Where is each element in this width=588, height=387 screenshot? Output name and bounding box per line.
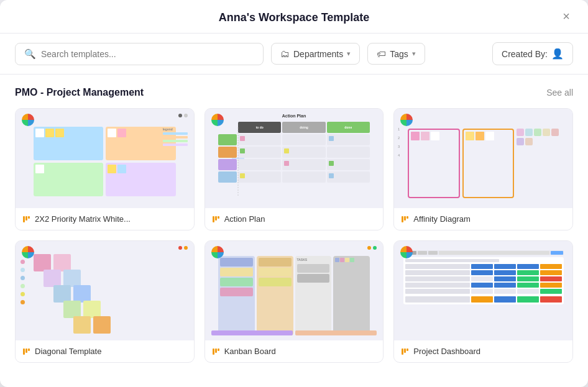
departments-chevron: ▾: [347, 50, 351, 58]
dashboard-container: [403, 250, 564, 335]
template-logo-t5: [211, 246, 224, 258]
dot-legend: [21, 260, 25, 304]
dash-row2: [405, 270, 562, 275]
dash-row6: [405, 296, 562, 303]
dash-row4: [405, 283, 562, 288]
affinity-icons-row2: [517, 138, 559, 145]
ap-arrows: [229, 127, 247, 196]
template-footer-t3: Affinity Diagram: [394, 208, 572, 230]
template-preview-t4: [16, 241, 194, 340]
template-footer-t5: Kanban Board: [205, 340, 384, 362]
kanban-col3: TASKS: [295, 256, 332, 335]
template-name-t3: Affinity Diagram: [413, 214, 471, 224]
template-icon-t1: [23, 216, 30, 222]
dash-main: [403, 257, 564, 304]
template-footer-t4: Diagonal Template: [16, 340, 194, 362]
kanban-col4: [333, 256, 370, 335]
kanban-bottom: [211, 330, 377, 335]
template-preview-t5: TASKS: [205, 241, 384, 340]
template-preview-t6: [394, 241, 572, 340]
preview-dots-t5: [367, 246, 377, 250]
content-area: PMO - Project Management See all: [0, 75, 588, 387]
departments-label: Departments: [293, 49, 343, 59]
modal-title: Anna's Workspace Template: [219, 11, 370, 24]
matrix-grid: [34, 127, 176, 196]
kanban-col2: [257, 256, 293, 335]
search-icon: 🔍: [24, 48, 36, 60]
templates-grid: legend 2X2 Priority Matrix White...: [15, 108, 573, 363]
template-name-t2: Action Plan: [224, 214, 265, 224]
affinity-labels: 1 2 3 4: [398, 127, 400, 157]
matrix-cell-bl: [34, 163, 104, 196]
tags-label: Tags: [390, 49, 408, 59]
template-card-t6[interactable]: Project Dashboard: [393, 240, 573, 363]
toolbar: 🔍 🗂 Departments ▾ 🏷 Tags ▾ Created By: 👤: [0, 34, 588, 75]
template-card-t2[interactable]: Action Plan to do doing done: [204, 108, 384, 230]
template-name-t1: 2X2 Priority Matrix White...: [35, 214, 131, 224]
template-name-t5: Kanban Board: [224, 347, 276, 356]
affinity-icons-row: [517, 129, 559, 136]
departments-filter[interactable]: 🗂 Departments ▾: [271, 43, 360, 65]
tags-filter[interactable]: 🏷 Tags ▾: [367, 43, 425, 65]
template-icon-t3: [402, 216, 408, 222]
search-input[interactable]: [41, 49, 254, 59]
affinity-col2: [462, 129, 515, 198]
see-all-link[interactable]: See all: [546, 88, 573, 98]
template-logo-t1: [22, 114, 34, 126]
dash-title-row: [405, 259, 499, 262]
dash-row5: [405, 289, 562, 294]
affinity-right: [517, 129, 559, 198]
close-button[interactable]: ×: [557, 7, 576, 26]
kanban-legend: [335, 258, 368, 262]
template-logo-t3: [400, 114, 413, 126]
ap-col-done: done: [327, 122, 370, 133]
dash-row3: [405, 276, 562, 281]
diagonal-items: [34, 251, 176, 330]
template-icon-t4: [23, 348, 30, 355]
template-preview-t1: legend: [16, 109, 194, 208]
template-footer-t6: Project Dashboard: [394, 340, 572, 362]
modal-header: Anna's Workspace Template ×: [0, 0, 588, 34]
template-icon-t2: [213, 216, 219, 222]
template-preview-t2: Action Plan to do doing done: [205, 109, 384, 208]
kanban-grid: TASKS: [218, 256, 370, 335]
section-header: PMO - Project Management See all: [15, 87, 573, 98]
template-card-t5[interactable]: TASKS: [204, 240, 384, 363]
template-icon-t5: [213, 348, 219, 355]
template-card-t4[interactable]: Diagonal Template: [15, 240, 195, 363]
affinity-container: [408, 129, 559, 198]
affinity-col1: [408, 129, 460, 198]
template-icon-t6: [402, 348, 408, 355]
search-box: 🔍: [15, 43, 264, 65]
preview-dots-t4: [178, 246, 188, 250]
ap-title: Action Plan: [205, 114, 384, 118]
template-footer-t1: 2X2 Priority Matrix White...: [16, 208, 194, 230]
created-by-filter[interactable]: Created By: 👤: [492, 42, 573, 65]
dash-row1: [405, 264, 562, 269]
matrix-cell-br: [106, 163, 176, 196]
preview-dots-t1: [178, 114, 188, 117]
template-preview-t3: 1 2 3 4: [394, 109, 572, 208]
template-name-t6: Project Dashboard: [413, 347, 480, 356]
created-by-label: Created By:: [502, 49, 548, 59]
tags-icon: 🏷: [377, 48, 386, 59]
template-logo-t4: [22, 246, 34, 258]
template-card-t1[interactable]: legend 2X2 Priority Matrix White...: [15, 108, 195, 230]
dash-nav: [403, 250, 564, 255]
user-icon: 👤: [551, 48, 564, 60]
template-card-t3[interactable]: 1 2 3 4 Affinity Diagram: [393, 108, 573, 230]
template-name-t4: Diagonal Template: [35, 347, 101, 356]
tags-chevron: ▾: [412, 50, 416, 58]
departments-icon: 🗂: [280, 48, 290, 59]
ap-col-doing: doing: [282, 122, 325, 133]
kanban-col1: [218, 256, 255, 335]
legend: legend: [163, 127, 188, 146]
workspace-template-modal: Anna's Workspace Template × 🔍 🗂 Departme…: [0, 0, 588, 387]
matrix-cell-tl: [34, 127, 104, 160]
template-footer-t2: Action Plan: [205, 208, 384, 230]
section-title: PMO - Project Management: [15, 87, 144, 98]
